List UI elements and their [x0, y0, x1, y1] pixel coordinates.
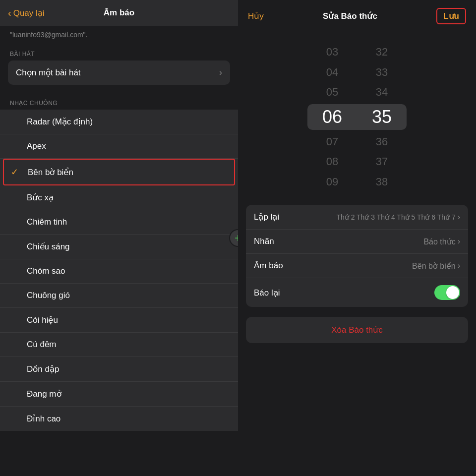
left-header: ‹ Quay lại Âm báo — [0, 0, 238, 26]
ringtone-label-buc-xa: Bức xạ — [27, 192, 54, 203]
cancel-button[interactable]: Hủy — [248, 11, 264, 21]
ringtone-section: NHẠC CHUÔNG Radar (Mặc định)Apex✓Bên bờ … — [0, 93, 238, 431]
hour-item-07[interactable]: 07 — [307, 132, 357, 152]
chevron-left-icon: ‹ — [8, 7, 11, 19]
ringtone-item-chieu-sang[interactable]: Chiếu sáng — [0, 235, 238, 259]
delete-button[interactable]: Xóa Báo thức — [246, 317, 468, 343]
repeat-label: Lặp lại — [254, 212, 279, 222]
nhan-label: Nhãn — [254, 237, 274, 246]
am-bao-value: Bên bờ biển › — [412, 261, 460, 271]
bao-lai-row: Báo lại — [246, 278, 468, 307]
chevron-right-icon: › — [219, 67, 222, 78]
email-info: "luaninfo93@gmail.com". — [0, 26, 238, 44]
choose-song-row[interactable]: Chọn một bài hát › — [8, 60, 230, 85]
minute-item-36[interactable]: 36 — [357, 132, 407, 152]
hour-item-06[interactable]: 06 — [307, 103, 357, 132]
minute-item-38[interactable]: 38 — [357, 172, 407, 192]
minute-item-33[interactable]: 33 — [357, 62, 407, 83]
nhan-value: Báo thức › — [423, 237, 460, 246]
bao-lai-toggle[interactable] — [434, 285, 460, 300]
right-panel: Hủy Sửa Báo thức Lưu 03040506070809 3233… — [238, 0, 476, 476]
ringtone-label-cu-dem: Cú đêm — [27, 340, 57, 350]
check-icon-ben-bo-bien: ✓ — [11, 167, 21, 178]
ringtone-label-dang-mo: Đang mở — [27, 389, 61, 399]
hour-column[interactable]: 03040506070809 — [307, 42, 357, 192]
back-label: Quay lại — [13, 8, 45, 18]
minute-item-34[interactable]: 34 — [357, 82, 407, 103]
ringtone-item-chuong-gio[interactable]: Chuông gió — [0, 284, 238, 308]
bao-lai-label: Báo lại — [254, 288, 280, 298]
page-title-right: Sửa Báo thức — [323, 11, 377, 21]
time-picker[interactable]: 03040506070809 32333435363738 — [238, 32, 476, 197]
time-picker-inner: 03040506070809 32333435363738 — [307, 42, 407, 192]
repeat-days: Thứ 2 Thứ 3 Thứ 4 Thứ 5 Thứ 6 Thứ 7 — [336, 213, 455, 221]
minute-item-35[interactable]: 35 — [357, 103, 407, 132]
am-bao-label: Âm báo — [254, 261, 283, 271]
ringtone-label-chuong-gio: Chuông gió — [27, 291, 70, 300]
choose-song-label: Chọn một bài hát — [16, 67, 81, 78]
ringtone-label-don-dap: Dồn dập — [27, 364, 59, 374]
minute-item-32[interactable]: 32 — [357, 42, 407, 62]
ringtone-item-cu-dem[interactable]: Cú đêm — [0, 333, 238, 357]
ringtone-item-don-dap[interactable]: Dồn dập — [0, 357, 238, 382]
hour-item-05[interactable]: 05 — [307, 82, 357, 103]
ringtone-label-dinh-cao: Đỉnh cao — [27, 414, 60, 424]
minute-item-37[interactable]: 37 — [357, 152, 407, 172]
ringtone-item-ben-bo-bien[interactable]: ✓Bên bờ biển — [3, 159, 235, 185]
nhac-chuong-section-label: NHẠC CHUÔNG — [0, 93, 238, 110]
back-button[interactable]: ‹ Quay lại — [8, 7, 45, 19]
ringtone-list: Radar (Mặc định)Apex✓Bên bờ biểnBức xạCh… — [0, 110, 238, 431]
ringtone-label-apex: Apex — [27, 141, 46, 151]
ringtone-label-ben-bo-bien: Bên bờ biển — [28, 167, 73, 178]
ringtone-item-chiem-tinh[interactable]: Chiêm tinh — [0, 210, 238, 235]
left-panel: ‹ Quay lại Âm báo "luaninfo93@gmail.com"… — [0, 0, 238, 476]
ringtone-label-chieu-sang: Chiếu sáng — [27, 241, 70, 252]
ringtone-item-coi-hieu[interactable]: Còi hiệu — [0, 308, 238, 333]
right-header: Hủy Sửa Báo thức Lưu — [238, 0, 476, 32]
ringtone-item-buc-xa[interactable]: Bức xạ — [0, 185, 238, 210]
minute-column[interactable]: 32333435363738 — [357, 42, 407, 192]
ringtone-label-radar: Radar (Mặc định) — [27, 117, 93, 127]
ringtone-item-apex[interactable]: Apex — [0, 134, 238, 159]
ringtone-item-radar[interactable]: Radar (Mặc định) — [0, 110, 238, 134]
repeat-row[interactable]: Lặp lại Thứ 2 Thứ 3 Thứ 4 Thứ 5 Thứ 6 Th… — [246, 205, 468, 230]
ringtone-label-coi-hieu: Còi hiệu — [27, 315, 58, 325]
save-button[interactable]: Lưu — [436, 8, 466, 24]
delete-label: Xóa Báo thức — [331, 325, 383, 335]
left-content: "luaninfo93@gmail.com". BÀI HÁT Chọn một… — [0, 26, 238, 476]
nhan-row[interactable]: Nhãn Báo thức › — [246, 230, 468, 254]
alarm-settings: Lặp lại Thứ 2 Thứ 3 Thứ 4 Thứ 5 Thứ 6 Th… — [246, 205, 468, 307]
nhan-chevron-icon: › — [458, 237, 460, 246]
ringtone-label-chiem-tinh: Chiêm tinh — [27, 217, 67, 227]
bai-hat-section-label: BÀI HÁT — [0, 44, 238, 60]
repeat-chevron-icon: › — [458, 213, 460, 222]
nhan-value-text: Báo thức — [423, 237, 455, 246]
am-bao-row[interactable]: Âm báo Bên bờ biển › — [246, 254, 468, 278]
hour-item-03[interactable]: 03 — [307, 42, 357, 62]
ringtone-item-dang-mo[interactable]: Đang mở — [0, 382, 238, 407]
am-bao-chevron-icon: › — [458, 261, 460, 270]
am-bao-value-text: Bên bờ biển — [412, 261, 456, 271]
hour-item-08[interactable]: 08 — [307, 152, 357, 172]
ringtone-label-chom-sao: Chòm sao — [27, 266, 65, 276]
page-title-left: Âm báo — [104, 8, 134, 18]
hour-item-04[interactable]: 04 — [307, 62, 357, 83]
hour-item-09[interactable]: 09 — [307, 172, 357, 192]
ringtone-item-chom-sao[interactable]: Chòm sao — [0, 259, 238, 284]
repeat-value: Thứ 2 Thứ 3 Thứ 4 Thứ 5 Thứ 6 Thứ 7 › — [336, 213, 460, 222]
ringtone-item-dinh-cao[interactable]: Đỉnh cao — [0, 407, 238, 431]
